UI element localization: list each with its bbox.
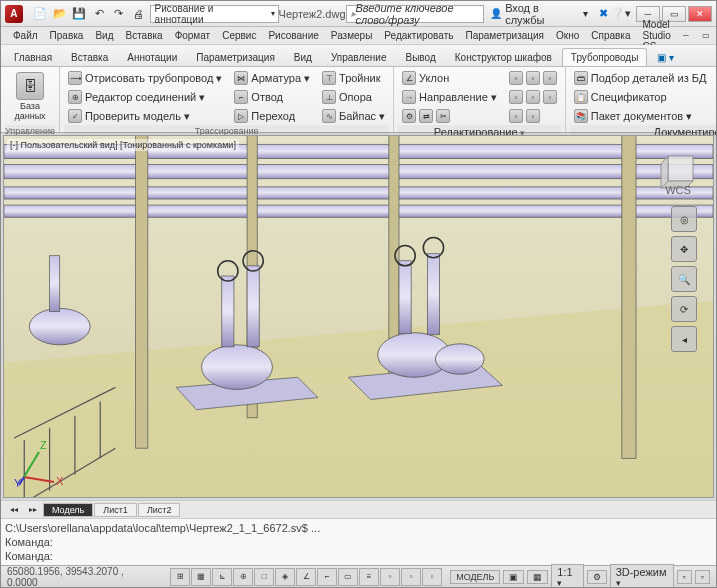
tee-button[interactable]: ⊤Тройник	[318, 69, 389, 87]
window-title: Чертеж2.dwg	[279, 8, 346, 20]
tab-cabinet[interactable]: Конструктор шкафов	[446, 48, 561, 66]
signin-button[interactable]: 👤 Вход в службы ▾	[490, 2, 588, 26]
tab-manage[interactable]: Управление	[322, 48, 396, 66]
joint-editor-button[interactable]: ⊕Редактор соединений ▾	[64, 88, 226, 106]
fitting-button[interactable]: ⋈Арматура ▾	[230, 69, 314, 87]
svg-line-24	[24, 452, 39, 477]
menu-dimensions[interactable]: Размеры	[325, 30, 379, 41]
status-icon[interactable]: ▦	[527, 570, 548, 584]
tool-icon: ▫	[526, 71, 540, 85]
tab-view[interactable]: Вид	[285, 48, 321, 66]
status-icon[interactable]: ▫	[695, 570, 710, 584]
workspace-mode[interactable]: 3D-режим ▾	[610, 564, 674, 589]
menu-view[interactable]: Вид	[89, 30, 119, 41]
elbow-button[interactable]: ⌐Отвод	[230, 88, 314, 106]
tab-scroll-left-icon[interactable]: ◂◂	[5, 501, 23, 519]
close-button[interactable]: ✕	[688, 6, 712, 22]
orbit-icon[interactable]: ⟳	[671, 296, 697, 322]
tab-home[interactable]: Главная	[5, 48, 61, 66]
bypass-button[interactable]: ∿Байпас ▾	[318, 107, 389, 125]
tab-extra[interactable]: ▣ ▾	[648, 48, 683, 66]
support-button[interactable]: ⊥Опора	[318, 88, 389, 106]
command-line[interactable]: C:\Users\orellana\appdata\local\temp\Чер…	[1, 518, 716, 565]
draw-pipe-button[interactable]: ⟿Отрисовать трубопровод ▾	[64, 69, 226, 87]
menu-edit[interactable]: Правка	[44, 30, 90, 41]
tpy-toggle[interactable]: ▫	[380, 568, 400, 586]
menu-insert[interactable]: Вставка	[119, 30, 168, 41]
viewport-label[interactable]: [-] Пользовательский вид] [Тонированный …	[7, 139, 239, 151]
menu-parametric[interactable]: Параметризация	[459, 30, 550, 41]
menu-window[interactable]: Окно	[550, 30, 585, 41]
pan-icon[interactable]: ✥	[671, 236, 697, 262]
nav-bar: ◎ ✥ 🔍 ⟳ ◂	[671, 206, 701, 352]
database-button[interactable]: 🗄 База данных	[5, 69, 55, 125]
tab-output[interactable]: Вывод	[397, 48, 445, 66]
undo-icon[interactable]: ↶	[90, 5, 108, 23]
polar-toggle[interactable]: ⊕	[233, 568, 253, 586]
doc-restore-icon[interactable]: ▭	[697, 27, 715, 45]
doc-minimize-icon[interactable]: ─	[677, 27, 695, 45]
exchange-icon[interactable]: ✖	[594, 5, 612, 23]
menu-help[interactable]: Справка	[585, 30, 636, 41]
menu-modify[interactable]: Редактировать	[378, 30, 459, 41]
pick-parts-button[interactable]: 🗃Подбор деталей из БД	[570, 69, 711, 87]
zoom-icon[interactable]: 🔍	[671, 266, 697, 292]
edit-misc-button[interactable]: ⚙ ⇄ ✂	[398, 107, 501, 125]
model-tab[interactable]: Модель	[43, 503, 93, 517]
otrack-toggle[interactable]: ∠	[296, 568, 316, 586]
viewcube[interactable]: WCS	[653, 146, 703, 196]
status-icon[interactable]: ⚙	[587, 570, 607, 584]
nav-wheel-icon[interactable]: ◎	[671, 206, 697, 232]
qp-toggle[interactable]: ▫	[401, 568, 421, 586]
ducs-toggle[interactable]: ⌐	[317, 568, 337, 586]
osnap3d-toggle[interactable]: ◈	[275, 568, 295, 586]
dyn-toggle[interactable]: ▭	[338, 568, 358, 586]
model-space-button[interactable]: МОДЕЛЬ	[450, 570, 500, 584]
tab-pipelines[interactable]: Трубопроводы	[562, 48, 648, 66]
tab-parametric[interactable]: Параметризация	[187, 48, 284, 66]
help-icon[interactable]: ❔▾	[612, 5, 630, 23]
status-icon[interactable]: ▫	[677, 570, 692, 584]
open-icon[interactable]: 📂	[51, 5, 69, 23]
tab-scroll-right-icon[interactable]: ▸▸	[24, 501, 42, 519]
tab-annotate[interactable]: Аннотации	[118, 48, 186, 66]
reducer-button[interactable]: ▷Переход	[230, 107, 314, 125]
save-icon[interactable]: 💾	[70, 5, 88, 23]
ortho-toggle[interactable]: ⊾	[212, 568, 232, 586]
osnap-toggle[interactable]: □	[254, 568, 274, 586]
nav-expand-icon[interactable]: ◂	[671, 326, 697, 352]
docpack-button[interactable]: 📚Пакет документов ▾	[570, 107, 711, 125]
menu-tools[interactable]: Сервис	[216, 30, 262, 41]
menu-format[interactable]: Формат	[169, 30, 217, 41]
edit-r3[interactable]: ▫▫	[505, 107, 561, 125]
spec-button[interactable]: 📋Спецификатор	[570, 88, 711, 106]
check-model-button[interactable]: ✓Проверить модель ▾	[64, 107, 226, 125]
lwt-toggle[interactable]: ≡	[359, 568, 379, 586]
slope-icon: ∠	[402, 71, 416, 85]
spec-icon: 📋	[574, 90, 588, 104]
layout1-tab[interactable]: Лист1	[94, 503, 137, 517]
svg-point-9	[202, 345, 273, 390]
slope-button[interactable]: ∠Уклон	[398, 69, 501, 87]
menu-file[interactable]: Файл	[7, 30, 44, 41]
snap-toggle[interactable]: ⊞	[170, 568, 190, 586]
layout2-tab[interactable]: Лист2	[138, 503, 181, 517]
app-menu-icon[interactable]: A	[5, 5, 23, 23]
cmd-prompt[interactable]: Команда:	[5, 549, 712, 563]
anno-scale[interactable]: 1:1 ▾	[551, 564, 583, 589]
status-icon[interactable]: ▣	[503, 570, 524, 584]
drawing-viewport[interactable]: [-] Пользовательский вид] [Тонированный …	[3, 135, 714, 498]
workspace-combo[interactable]: Рисование и аннотации	[150, 5, 279, 23]
direction-button[interactable]: →Направление ▾	[398, 88, 501, 106]
edit-r1[interactable]: ▫▫▫	[505, 69, 561, 87]
redo-icon[interactable]: ↷	[110, 5, 128, 23]
grid-toggle[interactable]: ▦	[191, 568, 211, 586]
search-input[interactable]: ▸ Введите ключевое слово/фразу	[346, 5, 485, 23]
edit-r2[interactable]: ▫▫▫	[505, 88, 561, 106]
sc-toggle[interactable]: ▫	[422, 568, 442, 586]
print-icon[interactable]: 🖨	[130, 5, 148, 23]
tab-insert[interactable]: Вставка	[62, 48, 117, 66]
check-icon: ✓	[68, 109, 82, 123]
menu-draw[interactable]: Рисование	[262, 30, 324, 41]
new-icon[interactable]: 📄	[31, 5, 49, 23]
